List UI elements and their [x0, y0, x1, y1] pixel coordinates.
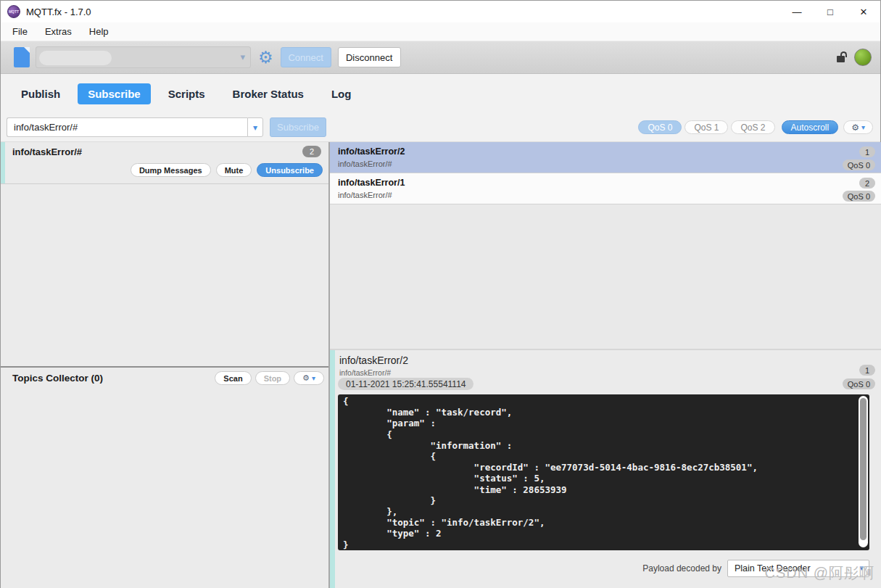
- chevron-down-icon: ▾: [253, 123, 257, 133]
- detail-topic: info/taskError/2: [339, 355, 408, 366]
- scan-button[interactable]: Scan: [215, 371, 251, 385]
- decoder-bar: Payload decoded by Plain Text Decoder ▾: [330, 556, 881, 581]
- message-detail-panel: info/taskError/2 info/taskError/# 1 QoS …: [330, 349, 881, 588]
- gear-icon: ⚙: [302, 373, 310, 383]
- payload-scrollbar[interactable]: [859, 396, 868, 547]
- subscription-item[interactable]: info/taskError/# 2 Dump Messages Mute Un…: [1, 142, 328, 184]
- minimize-icon[interactable]: —: [780, 1, 814, 22]
- message-subscription: info/taskError/#: [338, 160, 392, 168]
- dump-messages-button[interactable]: Dump Messages: [131, 163, 211, 177]
- menu-file[interactable]: File: [1, 26, 36, 37]
- tab-scripts[interactable]: Scripts: [158, 83, 215, 104]
- subscription-color-strip: [1, 142, 5, 183]
- connection-status-indicator: [854, 49, 872, 66]
- tab-broker-status[interactable]: Broker Status: [223, 83, 314, 104]
- menu-bar: File Extras Help: [1, 22, 880, 41]
- topics-collector-settings-button[interactable]: ⚙▾: [294, 371, 324, 385]
- chevron-down-icon: ▾: [312, 374, 315, 382]
- main-tabs: Publish Subscribe Scripts Broker Status …: [1, 74, 880, 113]
- window-title: MQTT.fx - 1.7.0: [26, 7, 91, 17]
- message-index-badge: 1: [859, 146, 875, 157]
- chevron-down-icon[interactable]: ▾: [240, 51, 245, 62]
- decoder-select[interactable]: Plain Text Decoder ▾: [727, 560, 869, 577]
- subscription-actions: Dump Messages Mute Unsubscribe: [131, 163, 323, 177]
- message-subscription: info/taskError/#: [338, 191, 392, 199]
- connection-toolbar: ▾ ⚙ Connect Disconnect: [1, 41, 880, 74]
- message-topic: info/taskError/1: [338, 178, 405, 188]
- maximize-icon[interactable]: □: [814, 1, 847, 22]
- qos2-button[interactable]: QoS 2: [731, 120, 774, 134]
- subscribe-settings-button[interactable]: ⚙▾: [843, 120, 873, 134]
- menu-extras[interactable]: Extras: [36, 26, 80, 37]
- mqtt-logo-icon: MQTT: [7, 5, 20, 18]
- subscriptions-panel: info/taskError/# 2 Dump Messages Mute Un…: [1, 142, 328, 588]
- topics-collector-title: Topics Collector (0): [12, 373, 103, 384]
- topic-history-dropdown[interactable]: ▾: [247, 117, 263, 137]
- unsubscribe-button[interactable]: Unsubscribe: [257, 163, 323, 177]
- message-index-badge: 2: [859, 178, 875, 189]
- lock-open-icon: [837, 51, 848, 64]
- connection-profile-select[interactable]: ▾: [36, 46, 251, 68]
- tab-log[interactable]: Log: [321, 83, 362, 104]
- decoder-label: Payload decoded by: [642, 563, 721, 573]
- topics-collector-actions: Scan Stop ⚙▾: [215, 371, 324, 385]
- chevron-down-icon: ▾: [859, 563, 864, 573]
- qos1-button[interactable]: QoS 1: [684, 120, 728, 134]
- detail-qos-badge: QoS 0: [843, 378, 875, 389]
- mqttfx-window: MQTT MQTT.fx - 1.7.0 — □ ✕ File Extras H…: [0, 0, 881, 588]
- qos0-button[interactable]: QoS 0: [638, 120, 682, 134]
- close-icon[interactable]: ✕: [847, 1, 880, 22]
- message-qos-badge: QoS 0: [843, 160, 875, 170]
- main-content: info/taskError/# 2 Dump Messages Mute Un…: [1, 142, 880, 588]
- subscription-count-badge: 2: [302, 146, 321, 157]
- menu-help[interactable]: Help: [80, 26, 117, 37]
- scrollbar-thumb[interactable]: [860, 398, 866, 540]
- subscribe-button[interactable]: Subscribe: [270, 117, 326, 137]
- payload-text: { "name" : "task/record", "param" : { "i…: [338, 394, 869, 550]
- decoder-selected-value: Plain Text Decoder: [735, 563, 811, 573]
- message-topic: info/taskError/2: [338, 146, 405, 157]
- detail-subscription: info/taskError/#: [339, 368, 391, 377]
- payload-viewer: { "name" : "task/record", "param" : { "i…: [338, 394, 869, 550]
- chevron-down-icon: ▾: [861, 123, 865, 131]
- message-row[interactable]: info/taskError/2 info/taskError/# 1 QoS …: [330, 142, 881, 173]
- window-controls: — □ ✕: [780, 1, 880, 22]
- connection-settings-gear-icon[interactable]: ⚙: [258, 49, 273, 66]
- subscription-topic: info/taskError/#: [12, 146, 82, 157]
- profile-value-area: [39, 51, 112, 65]
- stop-button[interactable]: Stop: [255, 371, 290, 385]
- connect-button[interactable]: Connect: [281, 47, 331, 67]
- message-qos-badge: QoS 0: [843, 191, 875, 202]
- toolbar-status-area: [837, 49, 872, 66]
- title-bar: MQTT MQTT.fx - 1.7.0 — □ ✕: [1, 1, 880, 22]
- subscribe-bar: ▾ Subscribe QoS 0 QoS 1 QoS 2 Autoscroll…: [1, 113, 880, 142]
- qos-controls: QoS 0 QoS 1 QoS 2 Autoscroll ⚙▾: [638, 120, 873, 134]
- detail-color-strip: [330, 350, 335, 588]
- new-profile-icon[interactable]: [14, 47, 30, 67]
- detail-index-badge: 1: [859, 365, 875, 376]
- topics-collector-section: Topics Collector (0) Scan Stop ⚙▾: [1, 366, 328, 389]
- autoscroll-button[interactable]: Autoscroll: [782, 120, 839, 134]
- message-timestamp: 01-11-2021 15:25:41.55541114: [338, 378, 473, 390]
- gear-icon: ⚙: [851, 123, 859, 133]
- tab-subscribe[interactable]: Subscribe: [78, 83, 151, 104]
- message-row[interactable]: info/taskError/1 info/taskError/# 2 QoS …: [330, 173, 881, 204]
- topic-input[interactable]: [7, 117, 247, 137]
- tab-publish[interactable]: Publish: [11, 83, 70, 104]
- mute-button[interactable]: Mute: [216, 163, 252, 177]
- disconnect-button[interactable]: Disconnect: [338, 47, 401, 67]
